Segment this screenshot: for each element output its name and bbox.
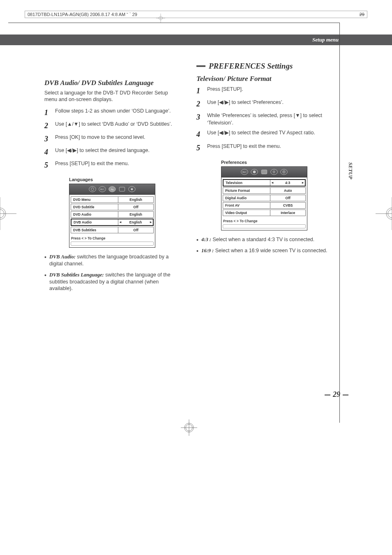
right-main-heading: PREFERENCES Settings bbox=[196, 62, 332, 71]
osd-row-value: English bbox=[118, 197, 153, 203]
osd-row: DVD SubtitleOff bbox=[71, 204, 154, 210]
step-text: Press [SETUP] to exit the menu. bbox=[207, 143, 281, 150]
osd-languages: Languages REC A₂ DVD MenuEnglishDVD Subt… bbox=[69, 177, 155, 248]
svg-point-3 bbox=[89, 187, 96, 192]
osd-hint: Press < > To Change bbox=[69, 235, 155, 241]
svg-rect-16 bbox=[261, 170, 267, 174]
step-text: Follow steps 1-2 as shown under ‘OSD Lan… bbox=[55, 107, 171, 115]
osd-row: Picture FormatAuto bbox=[223, 187, 306, 194]
svg-text:A₂: A₂ bbox=[111, 188, 114, 191]
osd-row: Front AVCVBS bbox=[223, 202, 306, 209]
content-area: DVB Audio/ DVD Subtitles Language Select… bbox=[44, 62, 332, 296]
left-heading: DVB Audio/ DVD Subtitles Language bbox=[44, 79, 180, 87]
osd-row: DVD MenuEnglish bbox=[71, 196, 154, 203]
osd-blank-row bbox=[71, 242, 154, 246]
left-intro: Select a language for the DVB-T DVD Reco… bbox=[44, 90, 180, 103]
osd-row-label: DVD Subtitle bbox=[71, 204, 118, 210]
osd-row-value: Off bbox=[118, 227, 153, 233]
osd-row-value: Interlace bbox=[270, 210, 305, 216]
osd-title: Preferences bbox=[221, 160, 307, 165]
svg-point-4 bbox=[91, 188, 94, 191]
svg-point-29 bbox=[186, 424, 192, 431]
osd-row: DVB AudioEnglish bbox=[71, 219, 154, 226]
bullet-term: 16:9 : bbox=[201, 248, 214, 253]
step-text: Press [SETUP] to exit the menu. bbox=[55, 160, 129, 167]
osd-row: Video OutputInterlace bbox=[223, 210, 306, 216]
step-text: Use [◀/▶] to select ‘Preferences’. bbox=[207, 99, 284, 106]
bullet-term: DVB Subtitles Language: bbox=[49, 272, 104, 278]
osd-row-value: Off bbox=[270, 195, 305, 201]
svg-point-15 bbox=[253, 170, 256, 173]
osd-row-label: Digital Audio bbox=[223, 195, 270, 201]
left-column: DVB Audio/ DVD Subtitles Language Select… bbox=[44, 62, 180, 296]
step-text: While ‘Preferences’ is selected, press [… bbox=[207, 112, 332, 127]
osd-row: DVD AudioEnglish bbox=[71, 211, 154, 218]
osd-row: Television4:3 bbox=[223, 179, 306, 187]
step-text: Press [OK] to move to the second level. bbox=[55, 134, 145, 141]
osd-row-value: Auto bbox=[270, 188, 305, 193]
step-text: Use [▲/▼] to select ‘DVB Audio’ or ‘DVD … bbox=[55, 120, 172, 128]
bullet-term: DVB Audio: bbox=[49, 254, 76, 260]
svg-point-26 bbox=[386, 208, 392, 219]
osd-row-label: DVB Subtitles bbox=[71, 227, 118, 233]
osd-row-value: CVBS bbox=[270, 203, 305, 208]
bullet-text: Select when a standard 4:3 TV is connect… bbox=[211, 237, 314, 242]
step-text: Press [SETUP]. bbox=[207, 85, 243, 93]
svg-text:REC: REC bbox=[242, 171, 247, 173]
svg-point-11 bbox=[131, 188, 133, 190]
svg-point-21 bbox=[0, 210, 4, 218]
osd-row-value: English bbox=[118, 219, 153, 225]
osd-hint: Press < > To Change bbox=[221, 218, 307, 223]
bullet-term: 4:3 : bbox=[201, 237, 211, 242]
osd-tab-icons: REC bbox=[221, 167, 307, 177]
right-heading: Televison/ Picture Format bbox=[196, 75, 332, 83]
osd-row-value: 4:3 bbox=[270, 180, 305, 186]
osd-title: Languages bbox=[69, 177, 155, 182]
svg-point-25 bbox=[388, 210, 392, 218]
right-column: PREFERENCES Settings Televison/ Picture … bbox=[196, 62, 332, 296]
step-text: Use [◀/▶] to select the desired language… bbox=[55, 147, 150, 154]
header-file: 0817DTBD-LN11PA-AGN(GB) 2006.8.17 4:8 AM… bbox=[28, 12, 137, 17]
osd-row-label: DVD Menu bbox=[71, 197, 118, 203]
right-bullets: 4:3 : Select when a standard 4:3 TV is c… bbox=[196, 236, 332, 254]
osd-row-label: Television bbox=[224, 180, 270, 186]
header-page-strike: 29 bbox=[360, 12, 364, 17]
register-mark-right bbox=[376, 197, 392, 230]
osd-row: Digital AudioOff bbox=[223, 195, 306, 201]
osd-preferences: Preferences REC Television4:3Picture For… bbox=[221, 160, 307, 230]
osd-row-label: DVD Audio bbox=[71, 212, 118, 217]
svg-point-20 bbox=[284, 171, 285, 173]
doc-header: 0817DTBD-LN11PA-AGN(GB) 2006.8.17 4:8 AM… bbox=[25, 11, 367, 18]
left-bullets: DVB Audio: switches the language broadca… bbox=[44, 253, 180, 292]
page-number: 29 bbox=[322, 390, 351, 399]
osd-row-value: English bbox=[118, 212, 153, 217]
step-text: Use [◀/▶] to select the desired TV Aspec… bbox=[207, 129, 315, 136]
register-mark-top bbox=[156, 14, 165, 23]
svg-point-30 bbox=[184, 423, 194, 432]
osd-tab-icons: REC A₂ bbox=[69, 184, 155, 195]
left-steps: 1Follow steps 1-2 as shown under ‘OSD La… bbox=[44, 107, 180, 170]
osd-row-label: Video Output bbox=[223, 210, 270, 216]
osd-blank-row bbox=[223, 224, 306, 228]
side-tab-setup: SETUP bbox=[347, 162, 354, 179]
osd-row-value: Off bbox=[118, 204, 153, 210]
osd-row-label: DVB Audio bbox=[71, 219, 118, 225]
svg-point-22 bbox=[0, 208, 6, 219]
svg-text:REC: REC bbox=[100, 188, 105, 191]
osd-row: DVB SubtitlesOff bbox=[71, 227, 154, 233]
svg-rect-9 bbox=[119, 187, 125, 191]
bullet-text: Select when a 16:9 wide screen TV is con… bbox=[214, 248, 327, 253]
right-steps: 1Press [SETUP]. 2Use [◀/▶] to select ‘Pr… bbox=[196, 85, 332, 153]
osd-row-label: Front AV bbox=[223, 203, 270, 208]
osd-row-label: Picture Format bbox=[223, 188, 270, 193]
